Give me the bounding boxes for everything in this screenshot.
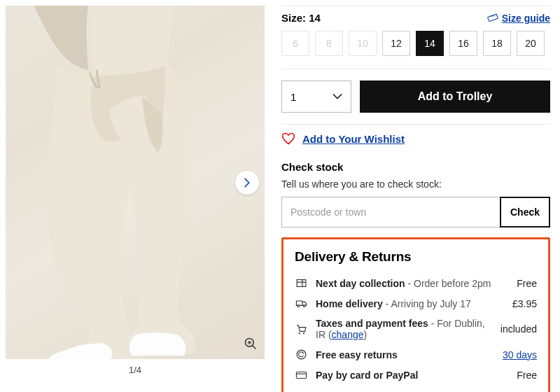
delivery-returns-box: Delivery & Returns Next day collection -… — [281, 237, 550, 392]
delivery-row-price: £3.95 — [512, 298, 537, 309]
delivery-row-price: included — [500, 323, 537, 335]
chevron-down-icon — [332, 93, 342, 100]
carousel-next-button[interactable] — [235, 171, 259, 195]
delivery-row-price: Free — [517, 278, 537, 289]
returns-policy-link[interactable]: 30 days — [503, 349, 537, 360]
delivery-row-price: Free — [517, 370, 537, 381]
size-options: 68101214161820 — [281, 31, 550, 69]
svg-rect-1 — [487, 13, 498, 21]
size-option-10: 10 — [349, 31, 377, 56]
product-image — [6, 6, 265, 359]
ruler-icon — [487, 13, 498, 24]
svg-point-3 — [298, 305, 300, 307]
add-to-trolley-button[interactable]: Add to Trolley — [360, 80, 550, 113]
delivery-row: Free easy returns30 days — [295, 344, 537, 365]
size-option-6: 6 — [281, 31, 309, 56]
check-stock-subtitle: Tell us where you are to check stock: — [281, 178, 550, 197]
postcode-input[interactable] — [281, 197, 500, 227]
svg-point-4 — [303, 305, 305, 307]
svg-point-6 — [303, 332, 304, 334]
truck-icon — [295, 298, 309, 309]
quantity-select[interactable]: 1 — [281, 80, 351, 113]
gallery-counter: 1/4 — [6, 359, 265, 375]
size-option-16[interactable]: 16 — [449, 31, 477, 56]
chevron-right-icon — [244, 178, 251, 188]
product-gallery: 1/4 — [6, 6, 265, 392]
delivery-row-text: Next day collection - Order before 2pm — [316, 278, 510, 289]
delivery-row: Next day collection - Order before 2pmFr… — [295, 273, 537, 293]
cart-icon — [295, 323, 309, 335]
delivery-row: Taxes and payment fees - For Dublin, IR … — [295, 314, 537, 344]
delivery-row: Home delivery - Arriving by July 17£3.95 — [295, 293, 537, 314]
delivery-row: Pay by card or PayPalFree — [295, 365, 537, 385]
delivery-returns-title: Delivery & Returns — [295, 249, 537, 273]
size-option-18[interactable]: 18 — [483, 31, 511, 56]
check-stock-title: Check stock — [281, 161, 550, 178]
size-guide-link[interactable]: Size guide — [487, 13, 550, 24]
svg-rect-8 — [296, 372, 306, 378]
size-label: Size: 14 — [281, 12, 321, 24]
card-icon — [295, 369, 309, 381]
delivery-row-text: Free easy returns — [316, 349, 496, 360]
size-option-20[interactable]: 20 — [517, 31, 545, 56]
svg-rect-2 — [297, 280, 306, 287]
size-option-8: 8 — [315, 31, 343, 56]
store-icon — [295, 277, 309, 289]
add-to-wishlist-link[interactable]: Add to Your Wishlist — [281, 125, 405, 158]
return-icon — [295, 349, 309, 360]
check-stock-button[interactable]: Check — [500, 197, 550, 227]
delivery-row-price: 30 days — [503, 349, 537, 360]
delivery-row-text: Taxes and payment fees - For Dublin, IR … — [316, 318, 493, 340]
svg-point-5 — [299, 332, 300, 334]
size-option-14[interactable]: 14 — [416, 31, 444, 56]
heart-icon — [281, 132, 295, 146]
svg-point-7 — [297, 350, 306, 359]
change-location-link[interactable]: change — [332, 329, 364, 340]
delivery-row-text: Pay by card or PayPal — [316, 370, 510, 381]
delivery-row-text: Home delivery - Arriving by July 17 — [316, 298, 505, 309]
size-option-12[interactable]: 12 — [382, 31, 410, 56]
zoom-icon[interactable] — [244, 337, 258, 351]
